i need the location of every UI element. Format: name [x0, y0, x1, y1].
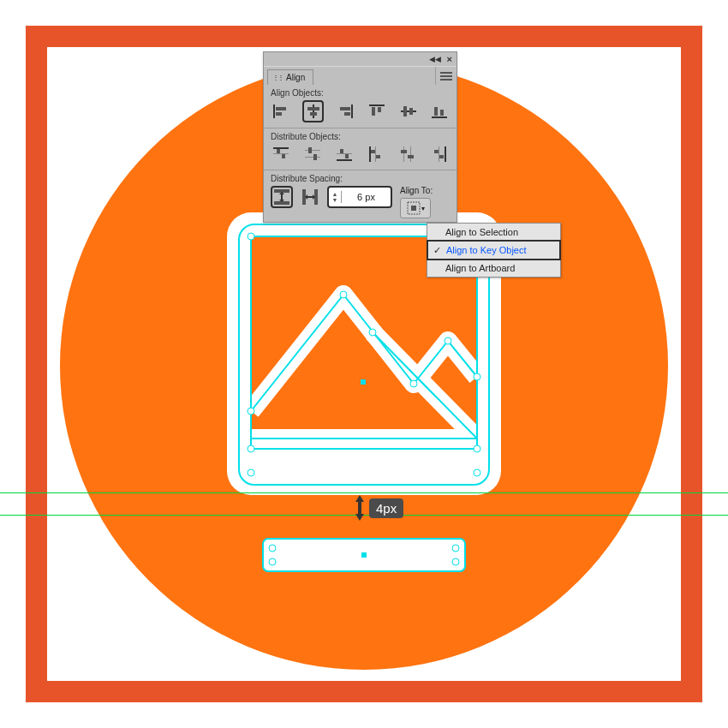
selected-small-rect[interactable] — [262, 538, 466, 574]
svg-rect-56 — [369, 146, 371, 162]
distribute-top-icon[interactable] — [271, 144, 291, 164]
svg-point-9 — [248, 445, 254, 452]
svg-rect-35 — [369, 104, 385, 106]
align-to-group: Align To: ▾ — [400, 186, 451, 218]
section-distribute-objects: Distribute Objects: — [264, 128, 456, 170]
panel-menu-button[interactable] — [435, 67, 456, 85]
menu-item-align-artboard[interactable]: Align to Artboard — [427, 260, 560, 277]
section-label: Distribute Spacing: — [271, 174, 450, 183]
align-left-icon[interactable] — [271, 101, 291, 122]
svg-rect-55 — [345, 154, 349, 158]
svg-rect-43 — [440, 110, 444, 116]
section-align-objects: Align Objects: — [264, 85, 456, 128]
svg-rect-44 — [273, 147, 289, 149]
svg-rect-41 — [432, 116, 447, 118]
svg-rect-52 — [337, 159, 352, 161]
svg-rect-40 — [409, 108, 413, 115]
align-h-center-icon[interactable] — [302, 100, 325, 122]
svg-rect-19 — [361, 379, 366, 385]
svg-point-21 — [269, 545, 276, 552]
align-to-dropdown[interactable]: ▾ — [400, 198, 431, 218]
svg-rect-57 — [375, 146, 376, 162]
svg-rect-37 — [378, 107, 381, 112]
horizontal-spacing-icon[interactable] — [300, 187, 320, 207]
svg-rect-48 — [305, 150, 320, 151]
menu-item-align-key-object[interactable]: ✓ Align to Key Object — [427, 240, 561, 260]
horizontal-guide — [0, 492, 728, 493]
svg-point-18 — [474, 373, 480, 380]
svg-rect-66 — [434, 150, 439, 153]
svg-point-17 — [248, 408, 254, 415]
spacing-measurement: 4px — [354, 495, 403, 521]
distribute-v-center-icon[interactable] — [302, 144, 323, 164]
align-right-icon[interactable] — [335, 101, 355, 122]
svg-rect-51 — [313, 154, 317, 160]
svg-rect-73 — [307, 196, 313, 198]
align-to-menu[interactable]: Align to Selection ✓ Align to Key Object… — [427, 223, 561, 277]
svg-rect-58 — [371, 150, 375, 153]
svg-rect-29 — [313, 104, 314, 118]
svg-rect-28 — [276, 112, 282, 116]
svg-point-16 — [369, 329, 376, 336]
svg-rect-63 — [408, 155, 414, 158]
svg-rect-39 — [403, 106, 407, 116]
align-v-center-icon[interactable] — [398, 101, 419, 122]
svg-rect-25 — [361, 552, 367, 558]
svg-point-7 — [248, 233, 254, 240]
svg-point-10 — [474, 445, 480, 452]
svg-rect-49 — [305, 157, 320, 158]
close-icon[interactable]: × — [447, 54, 452, 64]
svg-rect-45 — [273, 153, 289, 154]
align-top-icon[interactable] — [367, 101, 387, 122]
svg-rect-46 — [277, 149, 280, 153]
section-label: Align Objects: — [271, 88, 450, 98]
svg-rect-26 — [273, 104, 275, 118]
spacing-value-field[interactable]: ▲▼ 6 px — [327, 186, 392, 208]
panel-tabs: ⋮⋮ Align — [264, 66, 456, 85]
svg-rect-50 — [308, 147, 312, 153]
align-bottom-icon[interactable] — [429, 101, 450, 122]
svg-rect-27 — [276, 107, 286, 110]
double-arrow-icon — [354, 495, 366, 521]
vertical-spacing-icon[interactable] — [271, 186, 293, 208]
svg-rect-33 — [340, 107, 350, 110]
stepper-icon[interactable]: ▲▼ — [329, 191, 342, 203]
section-distribute-spacing: Distribute Spacing: ▲▼ 6 px Align To: ▾ — [264, 170, 456, 222]
svg-rect-75 — [411, 206, 416, 211]
section-label: Distribute Objects: — [271, 132, 450, 141]
svg-point-15 — [445, 337, 451, 344]
distribute-right-icon[interactable] — [429, 144, 450, 164]
menu-item-label: Align to Selection — [445, 227, 518, 237]
distribute-bottom-icon[interactable] — [334, 144, 355, 164]
menu-item-label: Align to Key Object — [446, 245, 527, 255]
svg-point-14 — [410, 380, 417, 387]
svg-rect-32 — [351, 104, 353, 118]
svg-point-11 — [248, 469, 254, 476]
distribute-h-center-icon[interactable] — [397, 144, 418, 164]
svg-rect-64 — [445, 146, 446, 162]
chevron-down-icon: ▾ — [421, 205, 425, 212]
svg-rect-47 — [282, 154, 285, 158]
spacing-value: 6 px — [342, 192, 391, 202]
svg-rect-70 — [281, 194, 283, 200]
canvas[interactable]: 4px ◀◀ × ⋮⋮ Align Align Objects: — [0, 0, 728, 728]
svg-rect-65 — [439, 146, 439, 162]
svg-rect-53 — [337, 153, 352, 154]
menu-item-align-selection[interactable]: Align to Selection — [427, 224, 560, 241]
reorder-icon: ⋮⋮ — [272, 74, 283, 81]
key-object-icon — [407, 201, 421, 215]
svg-point-13 — [340, 291, 347, 298]
svg-point-23 — [269, 558, 276, 565]
svg-point-22 — [452, 545, 459, 552]
panel-titlebar[interactable]: ◀◀ × — [264, 52, 456, 66]
svg-rect-38 — [401, 110, 416, 112]
distribute-left-icon[interactable] — [366, 144, 386, 164]
hamburger-icon — [440, 72, 452, 81]
align-panel[interactable]: ◀◀ × ⋮⋮ Align Align Objects: — [263, 51, 457, 223]
svg-rect-67 — [439, 155, 444, 158]
svg-rect-34 — [344, 112, 350, 116]
svg-point-12 — [474, 469, 480, 476]
tab-align[interactable]: ⋮⋮ Align — [267, 69, 313, 85]
collapse-icon[interactable]: ◀◀ — [429, 55, 441, 63]
svg-point-24 — [452, 558, 459, 565]
